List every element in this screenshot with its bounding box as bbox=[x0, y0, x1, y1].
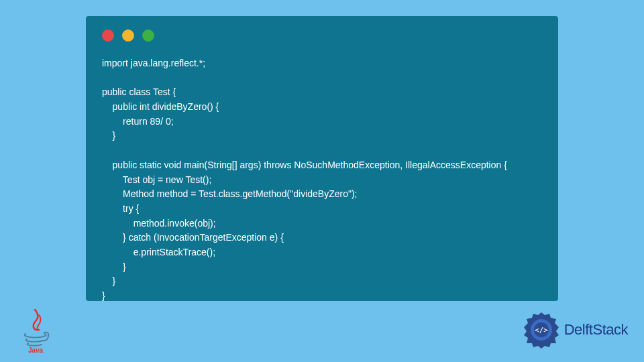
close-icon[interactable] bbox=[102, 29, 114, 42]
delftstack-gear-icon: </> bbox=[523, 311, 560, 349]
delftstack-logo: </> DelftStack bbox=[523, 311, 628, 349]
svg-text:</>: </> bbox=[535, 326, 548, 335]
minimize-icon[interactable] bbox=[122, 29, 134, 42]
code-block: import java.lang.reflect.*; public class… bbox=[102, 56, 542, 304]
code-window: import java.lang.reflect.*; public class… bbox=[86, 16, 558, 301]
window-controls bbox=[102, 29, 542, 42]
java-logo-icon: Java bbox=[19, 306, 52, 353]
delftstack-label: DelftStack bbox=[564, 321, 628, 339]
maximize-icon[interactable] bbox=[142, 29, 154, 42]
svg-text:Java: Java bbox=[28, 347, 44, 353]
